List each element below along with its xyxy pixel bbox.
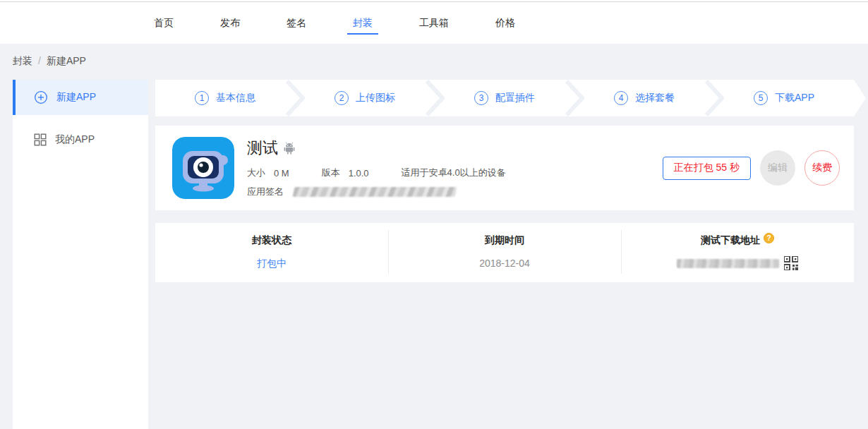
download-url-title: 测试下载地址?	[621, 234, 854, 247]
breadcrumb: 封装/新建APP	[0, 44, 868, 80]
nav-item-publish[interactable]: 发布	[215, 14, 246, 30]
step-label: 配置插件	[495, 92, 535, 104]
version-value: 1.0.0	[349, 168, 369, 179]
step-configure-plugins[interactable]: 3 配置插件	[435, 80, 574, 116]
expiry-value: 2018-12-04	[388, 258, 621, 269]
app-icon	[172, 137, 234, 199]
app-title: 测试	[247, 138, 278, 159]
package-status-column: 封装状态 打包中	[155, 223, 388, 282]
step-number: 2	[334, 91, 349, 105]
screen: 首页 发布 签名 封装 工具箱 价格 封装/新建APP 新建APP	[0, 0, 868, 429]
step-basic-info[interactable]: 1 基本信息	[155, 80, 295, 116]
content-layout: 新建APP 我的APP 1 基本信息	[0, 80, 868, 429]
signature-label: 应用签名	[247, 186, 284, 198]
packing-status-button[interactable]: 正在打包 55 秒	[663, 157, 751, 180]
step-label: 基本信息	[216, 92, 255, 104]
step-download-app[interactable]: 5 下载APP	[714, 80, 854, 116]
signature-row: 应用签名	[247, 186, 663, 198]
compat-text: 适用于安卓4.0以上的设备	[402, 167, 506, 179]
steps-bar: 1 基本信息 2 上传图标 3 配置插件 4	[155, 80, 854, 116]
breadcrumb-current: 新建APP	[47, 55, 86, 66]
step-number: 5	[754, 91, 768, 105]
nav-item-toolbox[interactable]: 工具箱	[414, 14, 454, 30]
package-status-title: 封装状态	[155, 234, 388, 247]
sidebar: 新建APP 我的APP	[13, 80, 148, 429]
redacted-download-url[interactable]	[677, 259, 779, 268]
app-info: 测试	[247, 138, 663, 198]
edit-button[interactable]: 编辑	[760, 150, 795, 186]
sidebar-item-label: 新建APP	[56, 91, 96, 104]
download-url-title-text: 测试下载地址	[701, 234, 760, 246]
step-number: 1	[195, 91, 209, 105]
step-label: 上传图标	[356, 92, 395, 104]
size-label: 大小	[247, 167, 265, 179]
main-nav: 首页 发布 签名 封装 工具箱 价格	[0, 0, 868, 44]
version-label: 版本	[322, 167, 340, 179]
sidebar-item-my-apps[interactable]: 我的APP	[13, 122, 148, 157]
qr-code-icon[interactable]	[784, 256, 798, 270]
step-number: 4	[614, 91, 628, 105]
plus-circle-icon	[34, 90, 48, 104]
redacted-signature	[293, 187, 457, 197]
grid-icon	[34, 133, 47, 146]
android-icon	[284, 142, 295, 157]
sidebar-item-label: 我的APP	[55, 133, 95, 146]
app-meta: 大小 0 M 版本 1.0.0 适用于安卓4.0以上的设备	[247, 167, 663, 179]
nav-item-sign[interactable]: 签名	[281, 14, 312, 30]
sidebar-item-new-app[interactable]: 新建APP	[13, 80, 148, 115]
help-coin-icon[interactable]: ?	[764, 233, 774, 243]
nav-item-package[interactable]: 封装	[347, 14, 378, 30]
steps-end-arrow	[854, 80, 866, 116]
app-card: 测试	[155, 126, 854, 210]
size-value: 0 M	[274, 168, 289, 179]
download-url-column: 测试下载地址?	[621, 223, 854, 282]
page-body: 封装/新建APP 新建APP 我的APP	[0, 44, 868, 429]
expiry-column: 到期时间 2018-12-04	[388, 223, 621, 282]
step-upload-icon[interactable]: 2 上传图标	[295, 80, 435, 116]
app-actions: 正在打包 55 秒 编辑 续费	[663, 150, 840, 186]
package-status-value: 打包中	[155, 258, 388, 270]
expiry-title: 到期时间	[388, 234, 621, 247]
breadcrumb-separator: /	[38, 55, 41, 66]
nav-item-pricing[interactable]: 价格	[490, 14, 521, 30]
status-card: 封装状态 打包中 到期时间 2018-12-04 测试下载地址?	[155, 223, 854, 282]
top-nav-bar: 首页 发布 签名 封装 工具箱 价格	[0, 0, 868, 44]
step-label: 选择套餐	[635, 92, 675, 104]
step-number: 3	[474, 91, 488, 105]
breadcrumb-section[interactable]: 封装	[13, 55, 32, 66]
main-content: 1 基本信息 2 上传图标 3 配置插件 4	[155, 80, 854, 429]
step-select-plan[interactable]: 4 选择套餐	[574, 80, 714, 116]
step-label: 下载APP	[775, 92, 814, 104]
renew-button[interactable]: 续费	[804, 150, 840, 186]
nav-item-home[interactable]: 首页	[148, 14, 179, 30]
